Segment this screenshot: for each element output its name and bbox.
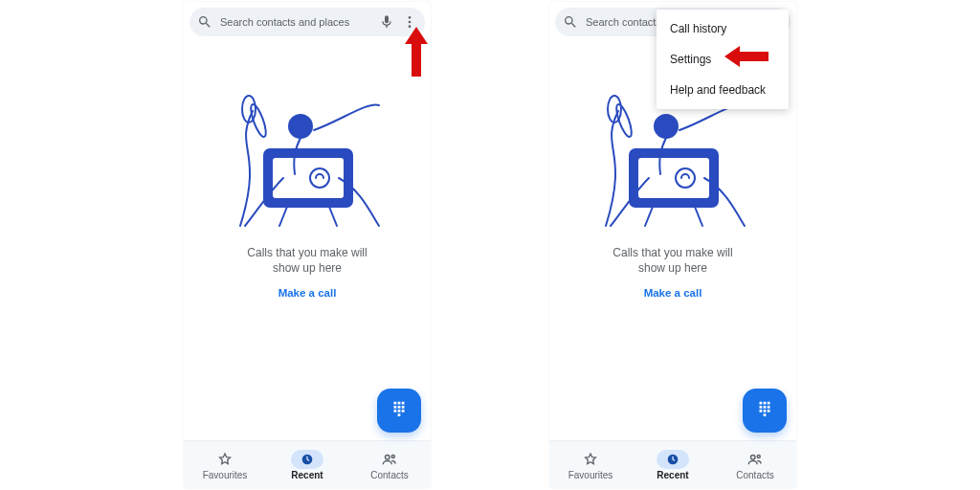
svg-point-2	[409, 25, 412, 28]
tab-label: Recent	[291, 470, 323, 480]
svg-point-20	[655, 115, 678, 138]
search-icon	[563, 14, 578, 30]
overflow-icon[interactable]	[402, 14, 417, 30]
phone-screen-step2: Search contacts and places	[549, 2, 796, 488]
dialpad-fab[interactable]	[377, 389, 421, 433]
menu-call-history[interactable]: Call history	[657, 13, 789, 44]
svg-line-18	[645, 207, 653, 226]
svg-line-19	[695, 207, 702, 226]
empty-message: Calls that you make will show up here	[247, 245, 367, 276]
bottom-nav: Favourites Recent Contacts	[184, 440, 431, 488]
star-icon	[209, 450, 241, 469]
make-call-link[interactable]: Make a call	[644, 287, 702, 299]
tab-contacts[interactable]: Contacts	[348, 441, 431, 488]
svg-point-23	[751, 455, 756, 459]
star-icon	[574, 450, 607, 469]
empty-illustration	[226, 82, 389, 232]
tab-recent[interactable]: Recent	[266, 441, 348, 488]
tab-recent[interactable]: Recent	[632, 441, 714, 488]
clock-icon	[657, 450, 689, 469]
tab-label: Favourites	[203, 470, 248, 480]
search-placeholder: Search contacts and places	[220, 16, 371, 28]
people-icon	[373, 450, 406, 469]
phone-screen-step1: Search contacts and places	[184, 2, 431, 488]
menu-help[interactable]: Help and feedback	[657, 75, 789, 105]
svg-point-24	[757, 455, 760, 457]
tab-label: Contacts	[370, 470, 408, 480]
svg-point-1	[409, 21, 412, 24]
svg-point-9	[289, 115, 312, 138]
svg-point-12	[386, 455, 390, 459]
bottom-nav: Favourites Recent Contacts	[549, 440, 796, 488]
search-icon	[197, 14, 212, 30]
svg-point-10	[310, 168, 329, 188]
mic-icon[interactable]	[379, 14, 394, 30]
tab-label: Recent	[657, 470, 688, 480]
svg-line-8	[329, 207, 337, 226]
svg-point-13	[391, 455, 394, 457]
dialpad-fab[interactable]	[743, 389, 787, 433]
empty-message: Calls that you make will show up here	[612, 245, 732, 276]
tab-favourites[interactable]: Favourites	[549, 441, 632, 488]
svg-line-7	[279, 207, 287, 226]
tab-contacts[interactable]: Contacts	[714, 441, 796, 488]
empty-state: Calls that you make will show up here Ma…	[184, 36, 431, 440]
make-call-link[interactable]: Make a call	[278, 287, 337, 299]
tab-favourites[interactable]: Favourites	[184, 441, 266, 488]
svg-point-21	[676, 168, 695, 188]
people-icon	[739, 450, 771, 469]
menu-settings[interactable]: Settings	[657, 44, 789, 75]
tab-label: Favourites	[568, 470, 613, 480]
search-bar[interactable]: Search contacts and places	[189, 8, 425, 36]
clock-icon	[291, 450, 323, 469]
tab-label: Contacts	[736, 470, 773, 480]
overflow-menu: Call history Settings Help and feedback	[657, 10, 789, 109]
svg-point-0	[409, 16, 412, 19]
